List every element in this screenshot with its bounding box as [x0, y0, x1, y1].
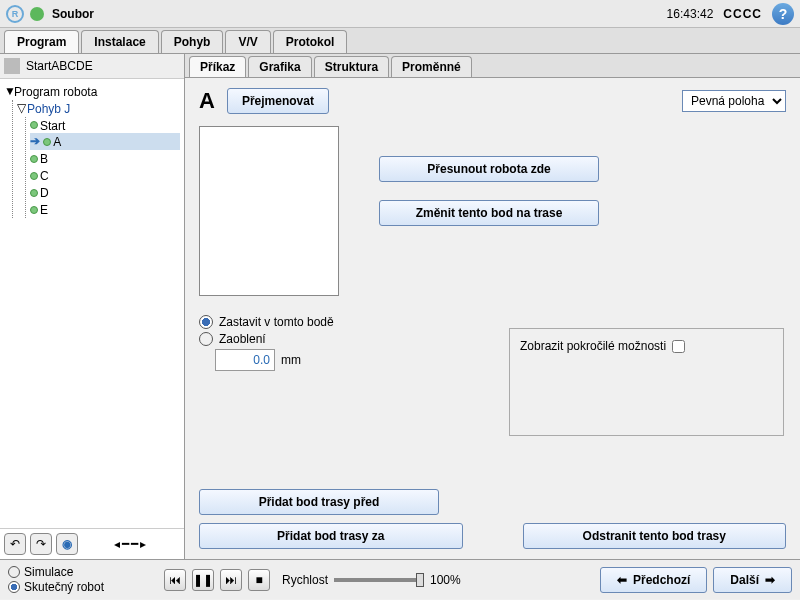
speed-label: Rychlost — [282, 573, 328, 587]
tab-protokol[interactable]: Protokol — [273, 30, 348, 53]
preview-box — [199, 126, 339, 296]
stop-radio-row[interactable]: Zastavit v tomto bodě — [199, 315, 786, 329]
tab-vv[interactable]: V/V — [225, 30, 270, 53]
tab-instalace[interactable]: Instalace — [81, 30, 158, 53]
stop-button[interactable]: ■ — [248, 569, 270, 591]
clock: 16:43:42 — [667, 7, 714, 21]
prev-button[interactable]: ⬅Předchozí — [600, 567, 707, 593]
menu-file[interactable]: Soubor — [52, 7, 94, 21]
waypoint-letter: A — [199, 88, 215, 114]
target-button[interactable]: ◉ — [56, 533, 78, 555]
blend-radio[interactable] — [199, 332, 213, 346]
move-robot-button[interactable]: Přesunout robota zde — [379, 156, 599, 182]
remove-button[interactable]: Odstranit tento bod trasy — [523, 523, 787, 549]
file-name: StartABCDE — [26, 59, 93, 73]
real-radio[interactable]: Skutečný robot — [8, 580, 158, 594]
subtab-struktura[interactable]: Struktura — [314, 56, 389, 77]
disk-icon — [4, 58, 20, 74]
nav-arrows[interactable]: ◂━━▸ — [82, 537, 180, 551]
speed-pct: 100% — [430, 573, 461, 587]
status-cccc: CCCC — [723, 7, 762, 21]
subtab-prikaz[interactable]: Příkaz — [189, 56, 246, 77]
blend-unit: mm — [281, 353, 301, 367]
tree-pt-b[interactable]: B — [30, 150, 180, 167]
advanced-checkbox[interactable] — [672, 340, 685, 353]
blend-value-input[interactable] — [215, 349, 275, 371]
redo-button[interactable]: ↷ — [30, 533, 52, 555]
advanced-box: Zobrazit pokročilé možnosti — [509, 328, 784, 436]
undo-button[interactable]: ↶ — [4, 533, 26, 555]
add-after-button[interactable]: Přidat bod trasy za — [199, 523, 463, 549]
rename-button[interactable]: Přejmenovat — [227, 88, 329, 114]
add-before-button[interactable]: Přidat bod trasy před — [199, 489, 439, 515]
speed-slider[interactable] — [334, 578, 424, 582]
help-icon[interactable]: ? — [772, 3, 794, 25]
change-point-button[interactable]: Změnit tento bod na trase — [379, 200, 599, 226]
globe-icon — [30, 7, 44, 21]
skip-fwd-button[interactable]: ⏭ — [220, 569, 242, 591]
tree-root[interactable]: ▼Program robota — [4, 83, 180, 100]
position-select[interactable]: Pevná poloha — [682, 90, 786, 112]
tree-pt-d[interactable]: D — [30, 184, 180, 201]
tree-move[interactable]: ▽Pohyb J — [17, 100, 180, 117]
pause-button[interactable]: ❚❚ — [192, 569, 214, 591]
subtab-promenne[interactable]: Proměnné — [391, 56, 472, 77]
tree-pt-e[interactable]: E — [30, 201, 180, 218]
tree-pt-start[interactable]: Start — [30, 117, 180, 134]
next-button[interactable]: Další➡ — [713, 567, 792, 593]
tree-pt-a[interactable]: ➔ A — [30, 133, 180, 150]
tab-program[interactable]: Program — [4, 30, 79, 53]
tab-pohyb[interactable]: Pohyb — [161, 30, 224, 53]
subtab-grafika[interactable]: Grafika — [248, 56, 311, 77]
sim-radio[interactable]: Simulace — [8, 565, 158, 579]
main-tabs: Program Instalace Pohyb V/V Protokol — [0, 28, 800, 54]
skip-back-button[interactable]: ⏮ — [164, 569, 186, 591]
ur-logo: R — [6, 5, 24, 23]
program-tree: ▼Program robota ▽Pohyb J Start ➔ A B C D… — [0, 79, 184, 528]
sub-tabs: Příkaz Grafika Struktura Proměnné — [185, 54, 800, 78]
advanced-checkbox-label[interactable]: Zobrazit pokročilé možnosti — [520, 339, 773, 353]
stop-radio[interactable] — [199, 315, 213, 329]
tree-pt-c[interactable]: C — [30, 167, 180, 184]
